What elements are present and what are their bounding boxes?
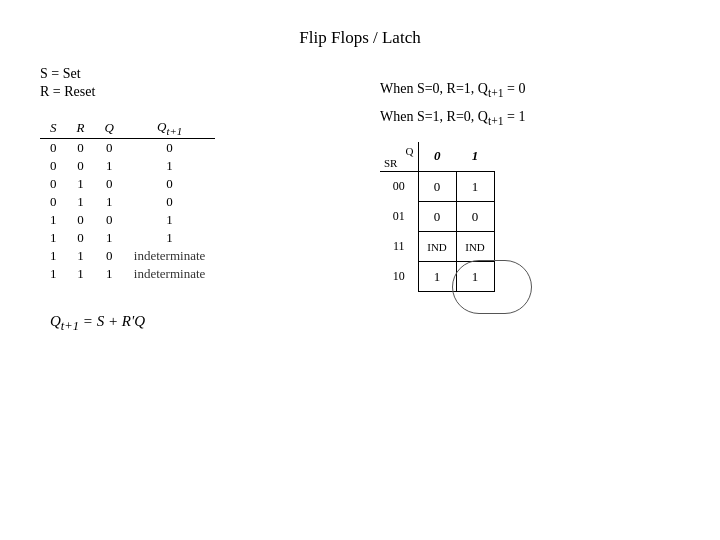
- table-row: 1011: [40, 229, 215, 247]
- col-r: R: [67, 118, 95, 138]
- kmap-q0: 0: [418, 142, 456, 172]
- table-row: 1001: [40, 211, 215, 229]
- when-condition-1: When S=0, R=1, Qt+1 = 0: [380, 76, 680, 104]
- formula: Qt+1 = S + R'Q: [50, 313, 340, 334]
- table-row: 0110: [40, 193, 215, 211]
- table-row: 0000: [40, 138, 215, 157]
- kmap-cell: 0: [456, 202, 494, 232]
- kmap-cell: IND: [456, 232, 494, 262]
- kmap-row-00: 00 0 1: [380, 172, 494, 202]
- kmap-sr-00: 00: [380, 172, 418, 202]
- right-panel: When S=0, R=1, Qt+1 = 0 When S=1, R=0, Q…: [380, 66, 680, 334]
- table-row: 0011: [40, 157, 215, 175]
- left-panel: S = Set R = Reset S R Q Qt+1 0000 0011: [40, 66, 340, 334]
- kmap-row-01: 01 0 0: [380, 202, 494, 232]
- kmap-sr-01: 01: [380, 202, 418, 232]
- s-label: S = Set: [40, 66, 340, 82]
- kmap-corner: Q SR: [380, 142, 418, 172]
- kmap-cell: 0: [418, 202, 456, 232]
- kmap-sr-11: 11: [380, 232, 418, 262]
- kmap-cell: 1: [418, 262, 456, 292]
- page-title: Flip Flops / Latch: [0, 28, 720, 48]
- kmap-cell: 1: [456, 172, 494, 202]
- kmap-row-10: 10 1 1: [380, 262, 494, 292]
- col-q: Q: [94, 118, 123, 138]
- kmap-outer: Q SR 0 1 00 0 1: [380, 142, 495, 293]
- col-qt1: Qt+1: [124, 118, 215, 138]
- table-row: 111indeterminate: [40, 265, 215, 283]
- kmap-area: Q SR 0 1 00 0 1: [380, 142, 680, 297]
- when-condition-2: When S=1, R=0, Qt+1 = 1: [380, 104, 680, 132]
- kmap-row-11: 11 IND IND: [380, 232, 494, 262]
- kmap-cell: 1: [456, 262, 494, 292]
- table-row: 0100: [40, 175, 215, 193]
- formula-area: Qt+1 = S + R'Q: [40, 313, 340, 334]
- col-s: S: [40, 118, 67, 138]
- table-row: 110indeterminate: [40, 247, 215, 265]
- kmap-cell: 0: [418, 172, 456, 202]
- kmap-table: Q SR 0 1 00 0 1: [380, 142, 495, 293]
- when-conditions: When S=0, R=1, Qt+1 = 0 When S=1, R=0, Q…: [380, 76, 680, 132]
- kmap-cell: IND: [418, 232, 456, 262]
- kmap-sr-10: 10: [380, 262, 418, 292]
- r-label: R = Reset: [40, 84, 340, 100]
- kmap-q1: 1: [456, 142, 494, 172]
- truth-table: S R Q Qt+1 0000 0011 0100 0110: [40, 118, 215, 283]
